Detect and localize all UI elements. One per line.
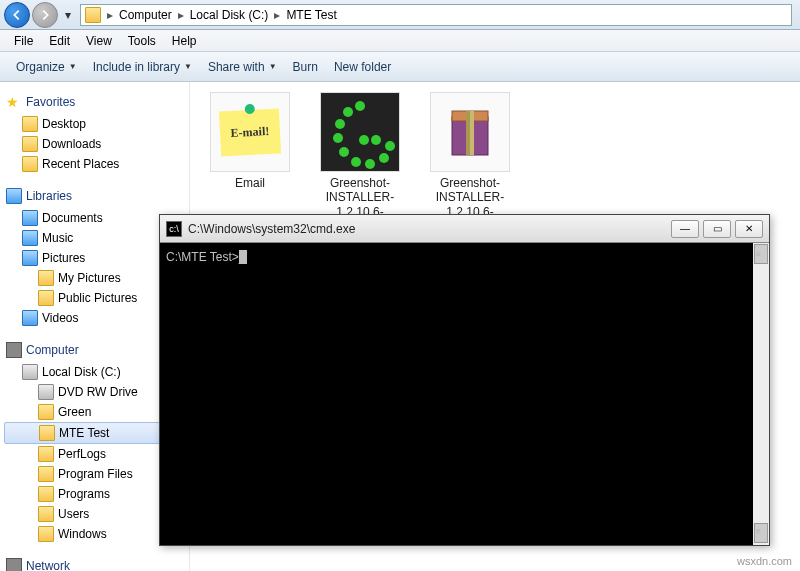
menu-help[interactable]: Help [164, 32, 205, 50]
recent-icon [22, 156, 38, 172]
library-icon [6, 188, 22, 204]
titlebar: ▾ ▸ Computer ▸ Local Disk (C:) ▸ MTE Tes… [0, 0, 800, 30]
sidebar-item-program-files[interactable]: Program Files [4, 464, 185, 484]
drive-icon [22, 364, 38, 380]
chevron-right-icon: ▸ [107, 8, 113, 22]
network-icon [6, 558, 22, 571]
folder-icon [85, 7, 101, 23]
tool-burn[interactable]: Burn [285, 56, 326, 78]
address-bar[interactable]: ▸ Computer ▸ Local Disk (C:) ▸ MTE Test [80, 4, 792, 26]
file-greenshot-archive[interactable]: Greenshot-INSTALLER-1.2.10.6-RELEASE [420, 92, 520, 234]
computer-icon [6, 342, 22, 358]
documents-icon [22, 210, 38, 226]
sidebar-item-documents[interactable]: Documents [4, 208, 185, 228]
videos-icon [22, 310, 38, 326]
sidebar-item-perflogs[interactable]: PerfLogs [4, 444, 185, 464]
folder-icon [38, 404, 54, 420]
menu-file[interactable]: File [6, 32, 41, 50]
menubar: File Edit View Tools Help [0, 30, 800, 52]
rar-thumbnail [430, 92, 510, 172]
network-header[interactable]: Network [4, 554, 185, 571]
svg-rect-3 [466, 111, 470, 155]
folder-icon [38, 270, 54, 286]
menu-tools[interactable]: Tools [120, 32, 164, 50]
sidebar-item-local-disk[interactable]: Local Disk (C:) [4, 362, 185, 382]
greenshot-thumbnail [320, 92, 400, 172]
nav-history-dropdown[interactable]: ▾ [62, 8, 74, 22]
folder-icon [38, 526, 54, 542]
favorites-header[interactable]: ★Favorites [4, 90, 185, 114]
file-greenshot-installer[interactable]: Greenshot-INSTALLER-1.2.10.6-RELEASE [310, 92, 410, 234]
cmd-title-text: C:\Windows\system32\cmd.exe [188, 222, 671, 236]
computer-header[interactable]: Computer [4, 338, 185, 362]
menu-view[interactable]: View [78, 32, 120, 50]
close-button[interactable]: ✕ [735, 220, 763, 238]
sidebar-item-music[interactable]: Music [4, 228, 185, 248]
dvd-icon [38, 384, 54, 400]
tool-include-library[interactable]: Include in library▼ [85, 56, 200, 78]
chevron-right-icon: ▸ [274, 8, 280, 22]
email-thumbnail: E-mail! [210, 92, 290, 172]
cmd-window[interactable]: c:\ C:\Windows\system32\cmd.exe — ▭ ✕ C:… [159, 214, 770, 546]
toolbar: Organize▼ Include in library▼ Share with… [0, 52, 800, 82]
folder-icon [39, 425, 55, 441]
sidebar-item-desktop[interactable]: Desktop [4, 114, 185, 134]
sidebar-item-windows[interactable]: Windows [4, 524, 185, 544]
breadcrumb-computer[interactable]: Computer [115, 8, 176, 22]
libraries-header[interactable]: Libraries [4, 184, 185, 208]
sidebar-item-downloads[interactable]: Downloads [4, 134, 185, 154]
file-label: Email [200, 176, 300, 190]
star-icon: ★ [6, 94, 22, 110]
sidebar-item-dvd[interactable]: DVD RW Drive [4, 382, 185, 402]
folder-icon [38, 506, 54, 522]
tool-share[interactable]: Share with▼ [200, 56, 285, 78]
archive-icon [450, 107, 490, 157]
scroll-up-button[interactable]: ▴ [754, 244, 768, 264]
breadcrumb-folder[interactable]: MTE Test [282, 8, 340, 22]
pictures-icon [22, 250, 38, 266]
cmd-titlebar[interactable]: c:\ C:\Windows\system32\cmd.exe — ▭ ✕ [160, 215, 769, 243]
minimize-button[interactable]: — [671, 220, 699, 238]
nav-forward-button[interactable] [32, 2, 58, 28]
sidebar-item-pictures[interactable]: Pictures [4, 248, 185, 268]
watermark: wsxdn.com [737, 555, 792, 567]
cmd-body[interactable]: C:\MTE Test>_ ▴ ▾ [160, 243, 769, 545]
folder-icon [38, 446, 54, 462]
sidebar-item-videos[interactable]: Videos [4, 308, 185, 328]
maximize-button[interactable]: ▭ [703, 220, 731, 238]
cmd-cursor: _ [239, 250, 247, 264]
tool-new-folder[interactable]: New folder [326, 56, 399, 78]
menu-edit[interactable]: Edit [41, 32, 78, 50]
sidebar-item-my-pictures[interactable]: My Pictures [4, 268, 185, 288]
cmd-scrollbar[interactable]: ▴ ▾ [753, 243, 769, 545]
nav-back-button[interactable] [4, 2, 30, 28]
sidebar-item-programs[interactable]: Programs [4, 484, 185, 504]
cmd-icon: c:\ [166, 221, 182, 237]
sidebar-item-mte-test[interactable]: MTE Test [4, 422, 185, 444]
sidebar-item-public-pictures[interactable]: Public Pictures [4, 288, 185, 308]
scroll-down-button[interactable]: ▾ [754, 523, 768, 543]
sidebar-item-green[interactable]: Green [4, 402, 185, 422]
chevron-right-icon: ▸ [178, 8, 184, 22]
sidebar-item-users[interactable]: Users [4, 504, 185, 524]
music-icon [22, 230, 38, 246]
breadcrumb-drive[interactable]: Local Disk (C:) [186, 8, 273, 22]
cmd-prompt: C:\MTE Test> [166, 250, 239, 264]
desktop-icon [22, 116, 38, 132]
folder-icon [38, 290, 54, 306]
file-email[interactable]: E-mail! Email [200, 92, 300, 190]
folder-icon [38, 466, 54, 482]
tool-organize[interactable]: Organize▼ [8, 56, 85, 78]
sidebar-item-recent[interactable]: Recent Places [4, 154, 185, 174]
folder-icon [38, 486, 54, 502]
downloads-icon [22, 136, 38, 152]
